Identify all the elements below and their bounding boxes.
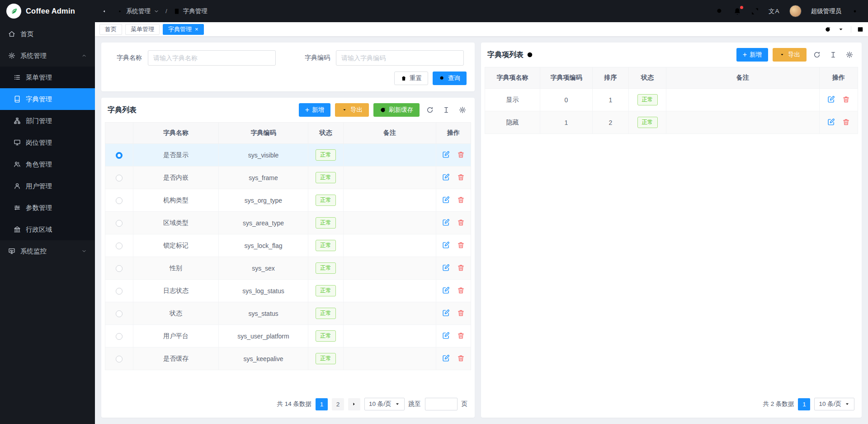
row-radio[interactable] [116, 152, 123, 159]
add-dict-item-button[interactable]: + 新增 [736, 48, 768, 62]
settings-gear-icon[interactable] [851, 7, 859, 15]
row-radio[interactable] [116, 243, 123, 249]
row-radio[interactable] [116, 220, 123, 227]
table-row[interactable]: 机构类型 sys_org_type 正常 [105, 189, 471, 212]
sidebar-item-user-mgmt[interactable]: 用户管理 [0, 175, 95, 197]
page-jump-input[interactable] [425, 398, 458, 410]
dict-code-input[interactable] [336, 50, 464, 66]
sidebar-item-param-mgmt[interactable]: 参数管理 [0, 197, 95, 219]
page-button-2[interactable]: 2 [332, 398, 344, 410]
search-icon[interactable] [716, 7, 724, 15]
sidebar-item-home[interactable]: 首页 [0, 23, 95, 45]
dict-name-input[interactable] [148, 50, 276, 66]
export-dict-button[interactable]: 导出 [335, 103, 369, 117]
info-icon[interactable] [527, 52, 533, 58]
table-row[interactable]: 用户平台 sys_user_platform 正常 [105, 325, 471, 348]
table-row[interactable]: 区域类型 sys_area_type 正常 [105, 212, 471, 234]
table-settings-gear-icon[interactable] [844, 49, 855, 61]
delete-icon[interactable] [457, 332, 465, 339]
delete-icon[interactable] [457, 286, 465, 294]
edit-icon[interactable] [442, 173, 450, 181]
edit-icon[interactable] [827, 118, 835, 126]
row-radio[interactable] [116, 197, 123, 204]
tabs-refresh-icon[interactable] [825, 26, 831, 33]
row-radio[interactable] [116, 175, 123, 181]
refresh-cache-button[interactable]: 刷新缓存 [373, 103, 420, 117]
export-dict-item-button[interactable]: 导出 [773, 48, 807, 62]
table-row[interactable]: 锁定标记 sys_lock_flag 正常 [105, 234, 471, 257]
sidebar-item-dept-mgmt[interactable]: 部门管理 [0, 110, 95, 132]
table-row[interactable]: 日志状态 sys_log_status 正常 [105, 280, 471, 302]
breadcrumb-system[interactable]: 系统管理 [117, 7, 159, 15]
close-icon[interactable]: × [195, 26, 198, 32]
edit-icon[interactable] [442, 219, 450, 226]
tab-home[interactable]: 首页 [99, 24, 122, 35]
app-logo[interactable]: Coffee Admin [0, 0, 95, 22]
delete-icon[interactable] [457, 173, 465, 181]
column-settings-icon[interactable] [440, 104, 452, 116]
edit-icon[interactable] [442, 241, 450, 249]
tab-menu-mgmt[interactable]: 菜单管理 [125, 24, 160, 35]
edit-icon[interactable] [442, 151, 450, 158]
tab-dict-mgmt[interactable]: 字典管理 × [163, 24, 204, 35]
delete-icon[interactable] [457, 264, 465, 272]
reset-button[interactable]: 重置 [394, 71, 428, 85]
page-button-1[interactable]: 1 [316, 398, 328, 410]
edit-icon[interactable] [442, 286, 450, 294]
row-radio[interactable] [116, 288, 123, 295]
page-unit-label: 页 [462, 400, 468, 408]
sidebar-collapse-icon[interactable] [102, 7, 110, 15]
page-button-1[interactable]: 1 [798, 398, 810, 410]
delete-icon[interactable] [842, 118, 850, 126]
edit-icon[interactable] [442, 264, 450, 272]
page-size-select[interactable]: 10 条/页 [364, 398, 405, 410]
notification-bell-icon[interactable] [733, 7, 741, 15]
row-radio[interactable] [116, 333, 123, 340]
edit-icon[interactable] [442, 309, 450, 317]
delete-icon[interactable] [457, 219, 465, 226]
table-row[interactable]: 状态 sys_status 正常 [105, 302, 471, 325]
delete-icon[interactable] [457, 241, 465, 249]
table-refresh-icon[interactable] [424, 104, 436, 116]
table-refresh-icon[interactable] [811, 49, 823, 61]
username[interactable]: 超级管理员 [811, 7, 842, 15]
delete-icon[interactable] [457, 354, 465, 362]
table-row[interactable]: 隐藏 1 2 正常 [485, 111, 858, 134]
table-row[interactable]: 性别 sys_sex 正常 [105, 257, 471, 280]
sidebar-group-monitor[interactable]: 系统监控 [0, 240, 95, 262]
sidebar-item-role-mgmt[interactable]: 角色管理 [0, 153, 95, 175]
edit-icon[interactable] [442, 196, 450, 204]
translate-icon[interactable]: 文A [769, 7, 780, 15]
edit-icon[interactable] [442, 354, 450, 362]
edit-icon[interactable] [442, 332, 450, 339]
sidebar-group-system[interactable]: 系统管理 [0, 45, 95, 67]
avatar[interactable] [789, 5, 802, 17]
edit-icon[interactable] [827, 95, 835, 103]
tabs-layout-icon[interactable] [851, 26, 863, 33]
query-button[interactable]: 查询 [433, 71, 467, 85]
sidebar-item-dict-mgmt[interactable]: 字典管理 [0, 88, 95, 110]
table-row[interactable]: 是否内嵌 sys_frame 正常 [105, 167, 471, 189]
row-radio[interactable] [116, 356, 123, 362]
tabs-chevron-down-icon[interactable] [838, 26, 844, 33]
row-radio[interactable] [116, 310, 123, 317]
delete-icon[interactable] [457, 309, 465, 317]
table-row[interactable]: 是否缓存 sys_keepalive 正常 [105, 348, 471, 370]
delete-icon[interactable] [457, 151, 465, 158]
sidebar-item-region[interactable]: 行政区域 [0, 219, 95, 240]
page-size-select[interactable]: 10 条/页 [814, 398, 854, 410]
column-settings-icon[interactable] [827, 49, 839, 61]
dict-code-cell: sys_status [219, 302, 308, 325]
fullscreen-icon[interactable] [751, 7, 759, 15]
delete-icon[interactable] [457, 196, 465, 204]
table-row[interactable]: 显示 0 1 正常 [485, 89, 858, 111]
add-dict-button[interactable]: + 新增 [299, 103, 330, 117]
breadcrumb-current[interactable]: 字典管理 [174, 7, 208, 15]
row-radio[interactable] [116, 265, 123, 272]
table-row[interactable]: 是否显示 sys_visible 正常 [105, 144, 471, 167]
sidebar-item-post-mgmt[interactable]: 岗位管理 [0, 132, 95, 153]
delete-icon[interactable] [842, 95, 850, 103]
table-settings-gear-icon[interactable] [457, 104, 468, 116]
sidebar-item-menu-mgmt[interactable]: 菜单管理 [0, 67, 95, 88]
next-page-button[interactable] [348, 398, 360, 410]
